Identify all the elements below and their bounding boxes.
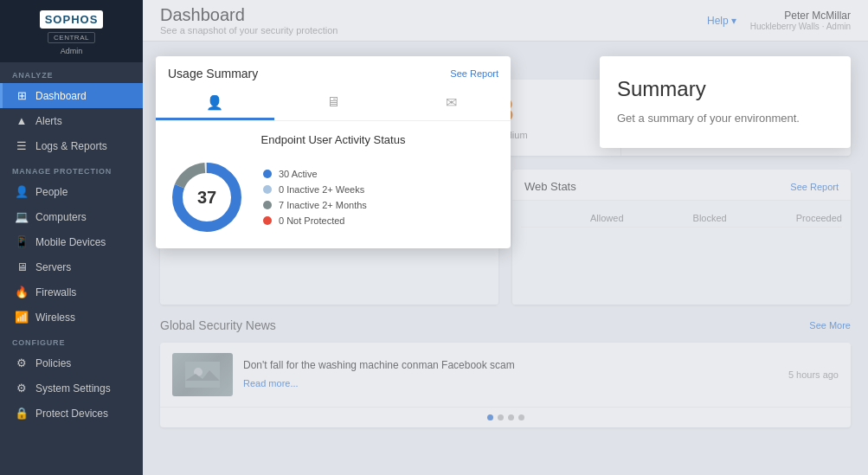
usage-tab-email[interactable]: ✉	[392, 87, 511, 120]
sidebar-item-label: Policies	[35, 357, 71, 369]
usage-tabs: 👤 🖥 ✉	[156, 87, 511, 121]
firewalls-icon: 🔥	[15, 286, 29, 298]
legend-active: 30 Active	[263, 169, 367, 179]
sophos-logo-text: SOPHOS	[40, 10, 104, 29]
usage-modal-body: Endpoint User Activity Status 37	[156, 121, 511, 248]
legend-inactive-weeks: 0 Inactive 2+ Weeks	[263, 184, 367, 195]
computers-icon: 💻	[15, 210, 29, 223]
protect-icon: 🔒	[15, 407, 29, 420]
inactive-months-label: 7 Inactive 2+ Months	[279, 200, 367, 210]
main-content: Dashboard See a snapshot of your securit…	[143, 0, 868, 475]
usage-summary-modal: Usage Summary See Report 👤 🖥 ✉ Endpoint …	[156, 56, 511, 248]
summary-tooltip-description: Get a summary of your environment.	[617, 110, 833, 127]
sidebar-section-manage: MANAGE PROTECTION	[0, 158, 143, 179]
active-dot	[263, 170, 272, 178]
chart-legend: 30 Active 0 Inactive 2+ Weeks 7 Inactive…	[263, 169, 367, 226]
sidebar-item-label: Logs & Reports	[35, 140, 107, 152]
wireless-icon: 📶	[15, 311, 29, 324]
sidebar-logo-area: SOPHOS CENTRAL Admin	[0, 0, 143, 62]
sidebar-item-label: Alerts	[35, 115, 62, 127]
servers-icon: 🖥	[15, 260, 29, 273]
legend-not-protected: 0 Not Protected	[263, 215, 367, 226]
chart-title: Endpoint User Activity Status	[168, 133, 498, 146]
sidebar-item-wireless[interactable]: 📶 Wireless	[0, 305, 143, 330]
sidebar-item-label: System Settings	[35, 382, 111, 395]
policies-icon: ⚙	[15, 356, 29, 369]
sidebar-section-configure: CONFIGURE	[0, 330, 143, 350]
sidebar-item-label: Servers	[35, 261, 71, 273]
sidebar: SOPHOS CENTRAL Admin ANALYZE ⊞ Dashboard…	[0, 0, 143, 475]
sidebar-section-analyze: ANALYZE	[0, 62, 143, 83]
inactive-weeks-label: 0 Inactive 2+ Weeks	[279, 184, 364, 195]
sidebar-item-firewalls[interactable]: 🔥 Firewalls	[0, 279, 143, 305]
chart-area: 37 30 Active 0 Inactive 2+ Weeks 7 Inact…	[168, 158, 498, 236]
people-icon: 👤	[15, 185, 29, 198]
usage-modal-header: Usage Summary See Report	[156, 56, 511, 80]
sidebar-item-dashboard[interactable]: ⊞ Dashboard	[0, 83, 143, 108]
sidebar-item-servers[interactable]: 🖥 Servers	[0, 254, 143, 279]
sidebar-item-logs-reports[interactable]: ☰ Logs & Reports	[0, 133, 143, 158]
active-label: 30 Active	[279, 169, 318, 179]
summary-tooltip-title: Summary	[617, 77, 833, 101]
donut-chart: 37	[168, 158, 246, 236]
usage-tab-computer[interactable]: 🖥	[274, 87, 393, 120]
email-tab-icon: ✉	[446, 95, 457, 110]
inactive-months-dot	[263, 201, 272, 209]
not-protected-label: 0 Not Protected	[279, 215, 344, 226]
alerts-icon: ▲	[15, 114, 29, 127]
summary-tooltip: Summary Get a summary of your environmen…	[600, 56, 851, 148]
not-protected-dot	[263, 216, 272, 225]
sidebar-item-computers[interactable]: 💻 Computers	[0, 204, 143, 229]
sidebar-item-alerts[interactable]: ▲ Alerts	[0, 108, 143, 133]
usage-modal-title: Usage Summary	[168, 67, 258, 80]
sidebar-item-label: Dashboard	[35, 90, 87, 102]
admin-badge: Admin	[61, 47, 83, 55]
inactive-weeks-dot	[263, 185, 272, 194]
dashboard-icon: ⊞	[15, 89, 29, 102]
sidebar-item-label: Protect Devices	[35, 408, 108, 420]
sidebar-item-label: People	[35, 186, 68, 198]
sophos-logo: SOPHOS	[40, 10, 104, 29]
user-tab-icon: 👤	[206, 95, 223, 110]
sidebar-item-policies[interactable]: ⚙ Policies	[0, 350, 143, 376]
sidebar-item-label: Wireless	[35, 311, 75, 324]
settings-icon: ⚙	[15, 382, 29, 395]
usage-tab-user[interactable]: 👤	[156, 87, 274, 120]
mobile-icon: 📱	[15, 235, 29, 248]
usage-see-report-link[interactable]: See Report	[450, 68, 498, 79]
sidebar-item-mobile-devices[interactable]: 📱 Mobile Devices	[0, 229, 143, 254]
sidebar-item-label: Firewalls	[35, 286, 76, 298]
sidebar-item-people[interactable]: 👤 People	[0, 179, 143, 204]
computer-tab-icon: 🖥	[326, 94, 340, 109]
sidebar-item-system-settings[interactable]: ⚙ System Settings	[0, 376, 143, 401]
logs-icon: ☰	[15, 139, 29, 152]
sidebar-item-label: Computers	[35, 211, 87, 223]
donut-label: 37	[197, 188, 216, 208]
central-tag: CENTRAL	[48, 32, 95, 43]
sidebar-item-protect-devices[interactable]: 🔒 Protect Devices	[0, 401, 143, 426]
legend-inactive-months: 7 Inactive 2+ Months	[263, 200, 367, 210]
sidebar-item-label: Mobile Devices	[35, 236, 106, 248]
